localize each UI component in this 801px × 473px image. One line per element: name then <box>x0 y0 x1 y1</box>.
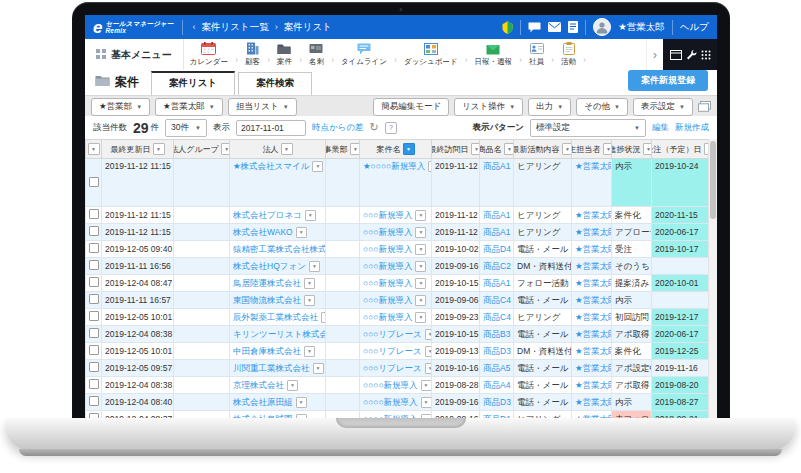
deal-link[interactable]: ○○○新規導入 <box>363 261 412 271</box>
tab-案件リスト[interactable]: 案件リスト <box>151 71 235 95</box>
refresh-icon[interactable]: ↻ <box>370 122 379 133</box>
owner-link[interactable]: ★営業太郎 <box>575 227 612 237</box>
inline-menu-button[interactable]: ▼ <box>415 244 426 255</box>
owner-link[interactable]: ★営業太郎 <box>575 278 612 288</box>
column-filter-button[interactable]: ▼ <box>643 143 652 155</box>
asof-date-input[interactable]: 2017-11-01 <box>236 120 306 136</box>
deal-link[interactable]: ○○○新規導入 <box>363 244 412 254</box>
inline-menu-button[interactable]: ▼ <box>305 210 316 221</box>
breadcrumb-parent[interactable]: 案件リスト一覧 <box>202 21 269 34</box>
deal-link[interactable]: ○○○新規導入 <box>363 227 412 237</box>
action-button-簡易編集モード[interactable]: 簡易編集モード <box>373 98 449 116</box>
inline-menu-button[interactable]: ▼ <box>312 161 323 172</box>
product-link[interactable]: 商品D3 <box>483 397 511 407</box>
mail-icon[interactable] <box>548 22 561 32</box>
product-link[interactable]: 商品A1 <box>483 278 510 288</box>
product-link[interactable]: 商品D4 <box>483 244 511 254</box>
inline-menu-button[interactable]: ▼ <box>287 380 298 391</box>
deal-link[interactable]: ○○○新規導入 <box>363 295 412 305</box>
owner-link[interactable]: ★営業太郎 <box>575 244 612 254</box>
menu-item-dashboard[interactable]: ダッシュボード <box>398 39 464 70</box>
row-checkbox[interactable] <box>89 345 99 355</box>
deal-link[interactable]: ★○○○○新規導入 <box>363 161 425 171</box>
inline-menu-button[interactable]: ▼ <box>313 363 324 374</box>
action-button-出力[interactable]: 出力▼ <box>528 98 571 116</box>
column-filter-button[interactable]: ▼ <box>471 143 480 155</box>
help-tip-icon[interactable]: ? <box>385 122 397 134</box>
owner-link[interactable]: ★営業太郎 <box>575 380 612 390</box>
row-checkbox[interactable] <box>89 177 99 187</box>
inline-menu-button[interactable]: ▼ <box>304 346 315 357</box>
beginner-icon[interactable] <box>502 21 513 34</box>
column-filter-button[interactable]: ▼ <box>281 143 293 155</box>
inline-menu-button[interactable]: ▼ <box>304 295 315 306</box>
inline-menu-button[interactable]: ▼ <box>309 261 320 272</box>
column-filter-button[interactable]: ▼ <box>562 143 572 155</box>
inline-menu-button[interactable]: ▼ <box>428 161 431 172</box>
menu-item-customers[interactable]: 顧客 <box>239 39 266 70</box>
avatar[interactable] <box>593 18 611 36</box>
product-link[interactable]: 商品A5 <box>483 363 510 373</box>
owner-link[interactable]: ★営業太郎 <box>575 346 612 356</box>
corporation-link[interactable]: 株式会社原田組 <box>233 397 293 407</box>
corporation-link[interactable]: 鳥居陸運株式会社 <box>233 278 301 288</box>
menu-item-timeline[interactable]: タイムライン <box>335 39 393 70</box>
inline-menu-button[interactable]: ▼ <box>421 380 432 391</box>
inline-menu-button[interactable]: ▼ <box>415 312 426 323</box>
row-checkbox[interactable] <box>89 226 99 236</box>
column-filter-button[interactable]: ▼ <box>221 143 230 155</box>
corporation-link[interactable]: 株式会社WAKO <box>233 227 293 237</box>
row-checkbox[interactable] <box>89 396 99 406</box>
corporation-link[interactable]: 辰外製薬工業株式会社 <box>233 312 318 322</box>
inline-menu-button[interactable]: ▼ <box>304 278 315 289</box>
row-checkbox[interactable] <box>89 362 99 372</box>
owner-link[interactable]: ★営業太郎 <box>575 261 612 271</box>
new-case-button[interactable]: 案件新規登録 <box>628 70 708 91</box>
product-link[interactable]: 商品A1 <box>483 227 510 237</box>
pattern-create-link[interactable]: 新規作成 <box>675 122 709 134</box>
row-checkbox[interactable] <box>89 243 99 253</box>
corporation-link[interactable]: 猿精密工業株式会社株式会社 <box>233 244 326 254</box>
menu-item-cards[interactable]: 名刺 <box>303 39 330 70</box>
inline-menu-button[interactable]: ▼ <box>425 363 432 374</box>
row-checkbox[interactable] <box>89 379 99 389</box>
filter-chip[interactable]: ★営業太郎▼ <box>155 98 223 116</box>
inline-menu-button[interactable]: ▼ <box>421 397 432 408</box>
basic-menu-button[interactable]: 基本メニュー <box>85 39 184 70</box>
scrollbar-thumb[interactable] <box>710 141 716 219</box>
column-filter-button[interactable]: ▼ <box>403 143 415 155</box>
deal-link[interactable]: ○○○リプレース <box>363 329 422 339</box>
product-link[interactable]: 商品A4 <box>483 380 510 390</box>
help-link[interactable]: ヘルプ <box>680 21 709 34</box>
menu-item-activities[interactable]: 活動 <box>555 39 582 70</box>
row-checkbox[interactable] <box>89 311 99 321</box>
deal-link[interactable]: ○○○新規導入 <box>363 210 412 220</box>
menu-item-cases[interactable]: 案件 <box>271 39 298 70</box>
row-checkbox[interactable] <box>89 328 99 338</box>
action-button-リスト操作[interactable]: リスト操作▼ <box>454 98 523 116</box>
inline-menu-button[interactable]: ▼ <box>415 261 426 272</box>
row-checkbox[interactable] <box>89 277 99 287</box>
memo-icon[interactable] <box>568 21 578 33</box>
deal-link[interactable]: ○○○リプレース <box>363 346 422 356</box>
menu-item-reports[interactable]: 日報・週報 <box>469 39 519 70</box>
product-link[interactable]: 商品D3 <box>483 346 511 356</box>
filter-chip[interactable]: 担当リスト▼ <box>228 98 297 116</box>
row-checkbox[interactable] <box>89 209 99 219</box>
deal-link[interactable]: ○○○○新規導入 <box>363 380 418 390</box>
wrench-icon[interactable] <box>686 46 697 64</box>
action-button-表示設定[interactable]: 表示設定▼ <box>633 98 693 116</box>
back-arrow-icon[interactable]: ‹ <box>193 22 196 32</box>
corporation-link[interactable]: 株式会社プロネコ <box>233 210 302 220</box>
inline-menu-button[interactable]: ▼ <box>415 210 426 221</box>
corporation-link[interactable]: 川関重工業株式会社 <box>233 363 310 373</box>
row-checkbox[interactable] <box>89 260 99 270</box>
user-name[interactable]: ★営業太郎 <box>618 21 665 34</box>
vertical-scrollbar[interactable] <box>708 139 717 418</box>
product-link[interactable]: 商品A1 <box>483 210 510 220</box>
pattern-select[interactable]: 標準設定▼ <box>530 119 646 137</box>
column-filter-button[interactable]: ▼ <box>350 143 360 155</box>
inline-menu-button[interactable]: ▼ <box>296 227 307 238</box>
apps-grid-icon[interactable] <box>701 46 711 64</box>
app-logo[interactable]: e セールスマネージャー Remix <box>85 15 182 39</box>
